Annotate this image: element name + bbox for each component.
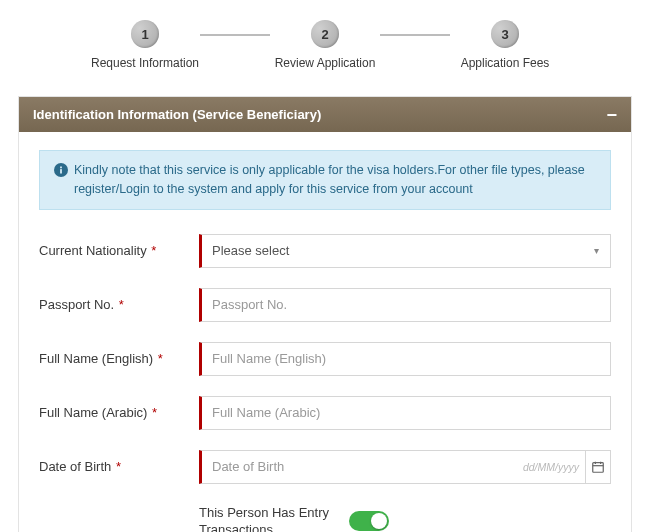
svg-rect-3 bbox=[593, 462, 604, 472]
info-icon bbox=[54, 163, 68, 177]
nationality-select[interactable]: Please select ▾ bbox=[199, 234, 611, 268]
step-line-1 bbox=[200, 34, 270, 36]
identification-panel: Identification Information (Service Bene… bbox=[18, 96, 632, 532]
chevron-down-icon: ▾ bbox=[582, 245, 610, 256]
name-en-input[interactable] bbox=[202, 343, 610, 375]
info-alert-text: Kindly note that this service is only ap… bbox=[74, 161, 596, 199]
row-dob: Date of Birth * dd/MM/yyyy bbox=[39, 450, 611, 484]
svg-rect-2 bbox=[60, 167, 62, 169]
dob-input[interactable] bbox=[202, 451, 523, 483]
row-name-ar: Full Name (Arabic) * bbox=[39, 396, 611, 430]
label-name-ar: Full Name (Arabic) * bbox=[39, 405, 199, 420]
required-marker: * bbox=[115, 297, 124, 312]
step-2-circle: 2 bbox=[311, 20, 339, 48]
name-en-field bbox=[199, 342, 611, 376]
step-1-label: Request Information bbox=[91, 56, 199, 70]
passport-input[interactable] bbox=[202, 289, 610, 321]
has-entry-toggle[interactable] bbox=[349, 511, 389, 531]
collapse-icon[interactable]: − bbox=[606, 110, 617, 120]
step-1: 1 Request Information bbox=[90, 20, 200, 70]
panel-body: Kindly note that this service is only ap… bbox=[19, 132, 631, 532]
passport-field bbox=[199, 288, 611, 322]
name-ar-input[interactable] bbox=[202, 397, 610, 429]
required-marker: * bbox=[154, 351, 163, 366]
step-line-2 bbox=[380, 34, 450, 36]
step-1-circle: 1 bbox=[131, 20, 159, 48]
row-has-entry: This Person Has Entry Transactions bbox=[39, 504, 611, 533]
step-2-label: Review Application bbox=[275, 56, 376, 70]
label-dob: Date of Birth * bbox=[39, 459, 199, 474]
svg-rect-1 bbox=[60, 169, 62, 173]
info-alert: Kindly note that this service is only ap… bbox=[39, 150, 611, 210]
name-ar-field bbox=[199, 396, 611, 430]
required-marker: * bbox=[112, 459, 121, 474]
step-2: 2 Review Application bbox=[270, 20, 380, 70]
dob-format-hint: dd/MM/yyyy bbox=[523, 461, 585, 473]
calendar-icon bbox=[591, 460, 605, 474]
required-marker: * bbox=[148, 243, 157, 258]
row-passport: Passport No. * bbox=[39, 288, 611, 322]
row-name-en: Full Name (English) * bbox=[39, 342, 611, 376]
nationality-value: Please select bbox=[202, 243, 582, 258]
required-marker: * bbox=[148, 405, 157, 420]
panel-header[interactable]: Identification Information (Service Bene… bbox=[19, 97, 631, 132]
label-name-en: Full Name (English) * bbox=[39, 351, 199, 366]
panel-title: Identification Information (Service Bene… bbox=[33, 107, 321, 122]
dob-field: dd/MM/yyyy bbox=[199, 450, 611, 484]
label-nationality: Current Nationality * bbox=[39, 243, 199, 258]
row-nationality: Current Nationality * Please select ▾ bbox=[39, 234, 611, 268]
label-passport: Passport No. * bbox=[39, 297, 199, 312]
step-3-circle: 3 bbox=[491, 20, 519, 48]
label-has-entry: This Person Has Entry Transactions bbox=[199, 504, 349, 533]
step-3-label: Application Fees bbox=[461, 56, 550, 70]
dob-calendar-button[interactable] bbox=[585, 451, 610, 483]
step-3: 3 Application Fees bbox=[450, 20, 560, 70]
progress-stepper: 1 Request Information 2 Review Applicati… bbox=[0, 0, 650, 78]
